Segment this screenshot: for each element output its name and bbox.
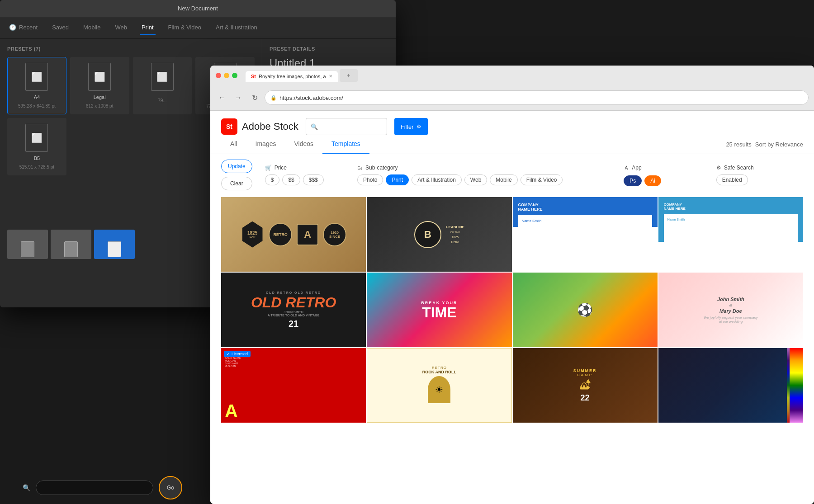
go-button[interactable]: Go (159, 476, 182, 499)
search-icon: 🔍 (311, 123, 318, 130)
chip-photoshop[interactable]: Ps (624, 175, 642, 186)
licensed-badge: ✓ Licensed (224, 351, 251, 357)
update-button[interactable]: Update (221, 160, 252, 173)
thumbnail-2[interactable] (51, 230, 91, 259)
url-text: https://stock.adobe.com/ (279, 94, 343, 101)
chip-web[interactable]: Web (464, 174, 487, 185)
tab-art[interactable]: Art & Illustration (214, 20, 259, 35)
grid-item-8[interactable]: John Smith & Mary Doe We joyfully reques… (658, 273, 803, 347)
tab-web[interactable]: Web (113, 20, 129, 35)
preset-icon: ⬜ (25, 63, 48, 91)
tab-saved[interactable]: Saved (50, 20, 71, 35)
summer-sport-image: ⚽ (513, 273, 658, 347)
dialog-title: New Document (178, 5, 218, 12)
chip-film[interactable]: Film & Video (521, 174, 563, 185)
traffic-lights: St Royalty free images, photos, a ✕ + (210, 66, 814, 85)
grid-item-2[interactable]: B HEADLINE OF THE 1825 Retro (367, 197, 511, 272)
browser-nav: ← → ↻ 🔒 https://stock.adobe.com/ (210, 85, 814, 110)
grid-item-7[interactable]: ⚽ (513, 273, 658, 347)
thumbnail-3[interactable] (94, 230, 135, 259)
filter-action-buttons: Update Clear (221, 160, 252, 190)
chip-art[interactable]: Art & Illustration (412, 174, 462, 185)
stock-search-box[interactable]: 🔍 (306, 118, 387, 135)
stock-nav-tabs: All Images Videos Templates 25 results S… (210, 135, 814, 154)
check-icon: ✓ (227, 352, 230, 356)
filter-icon: ⚙ (416, 123, 421, 130)
grid-item-3[interactable]: COMPANYNAME HERE Name Smith (513, 197, 658, 272)
adobe-stock-logo: St Adobe Stock (221, 118, 298, 135)
retro-poster-image: OLD RETRO OLD RETRO OLD RETRO JOHN SMITH… (221, 273, 366, 347)
grid-item-4[interactable]: COMPANYNAME HERE Name Smith (658, 197, 803, 272)
rainbow-art-image (658, 348, 803, 423)
chip-photo[interactable]: Photo (357, 174, 383, 185)
maximize-button[interactable] (232, 73, 237, 78)
price-chip-3[interactable]: $$$ (303, 174, 324, 185)
new-tab-button[interactable]: + (340, 69, 358, 82)
vintage-gold-image: 1825BAR RETRO A 1920SINCE (221, 197, 366, 272)
refresh-button[interactable]: ↻ (248, 91, 261, 104)
safe-search-label: ⚙ Safe Search (716, 165, 803, 171)
grid-item-1[interactable]: 1825BAR RETRO A 1920SINCE (221, 197, 366, 272)
app-filter-section: Ａ App Ps Ai (624, 164, 710, 186)
preset-icon: ⬜ (88, 63, 111, 91)
colorful-time-image: BREAK YOUR TIME (367, 273, 511, 347)
preset-3[interactable]: ⬜ 79... (133, 57, 192, 114)
results-count: 25 results (726, 141, 751, 148)
price-chip-1[interactable]: $ (265, 174, 280, 185)
live-music-image: LIVE MUSIC BAND NAME MUSICIAN BAND NAME … (221, 348, 366, 423)
app-label: Ａ App (624, 164, 710, 172)
filter-label: Filter (401, 123, 414, 130)
active-browser-tab[interactable]: St Royalty free images, photos, a ✕ (246, 71, 338, 82)
summer-camp-image: SUMMER CAMP 🏕 22 (513, 348, 658, 423)
sort-label[interactable]: Sort by Relevance (755, 141, 803, 148)
image-grid: 1825BAR RETRO A 1920SINCE B HEADLINE OF … (210, 196, 814, 424)
preset-legal[interactable]: ⬜ Legal 612 x 1008 pt (70, 57, 129, 114)
address-bar[interactable]: 🔒 https://stock.adobe.com/ (265, 90, 809, 105)
nav-videos[interactable]: Videos (285, 135, 322, 154)
chip-print[interactable]: Print (386, 174, 409, 185)
grid-item-9[interactable]: ✓ Licensed LIVE MUSIC BAND NAME MUSICIAN… (221, 348, 366, 423)
filter-button[interactable]: Filter ⚙ (394, 118, 428, 135)
tab-mobile[interactable]: Mobile (81, 20, 102, 35)
tab-print[interactable]: Print (140, 20, 156, 35)
grid-item-10[interactable]: RETRO ROCK AND ROLL ☀ (367, 348, 511, 423)
price-label: 🛒 Price (265, 165, 352, 171)
letterhead-blue-image: COMPANYNAME HERE Name Smith (513, 197, 658, 272)
grid-item-12[interactable] (658, 348, 803, 423)
dialog-titlebar: New Document (0, 0, 396, 17)
app-chips: Ps Ai (624, 175, 710, 186)
minimize-button[interactable] (224, 73, 229, 78)
subcategory-icon: 🗂 (357, 165, 363, 171)
grid-item-5[interactable]: OLD RETRO OLD RETRO OLD RETRO JOHN SMITH… (221, 273, 366, 347)
close-button[interactable] (216, 73, 221, 78)
price-filter-section: 🛒 Price $ $$ $$$ (265, 165, 352, 185)
lock-icon: 🔒 (270, 95, 277, 101)
preset-a4[interactable]: ⬜ A4 595.28 x 841.89 pt (7, 57, 66, 114)
tab-film-video[interactable]: Film & Video (166, 20, 203, 35)
grid-item-11[interactable]: SUMMER CAMP 🏕 22 (513, 348, 658, 423)
nav-templates[interactable]: Templates (322, 135, 369, 154)
search-input-bg (36, 480, 153, 495)
safe-search-icon: ⚙ (716, 165, 721, 171)
stock-logo-text: Adobe Stock (242, 121, 298, 132)
browser-window: St Royalty free images, photos, a ✕ + ← … (210, 66, 814, 504)
chip-illustrator[interactable]: Ai (644, 175, 661, 186)
clear-button[interactable]: Clear (221, 177, 252, 190)
letterhead-sky-image: COMPANYNAME HERE Name Smith (658, 197, 803, 272)
back-button[interactable]: ← (216, 91, 228, 104)
live-music-image-wrapper: ✓ Licensed LIVE MUSIC BAND NAME MUSICIAN… (221, 348, 366, 423)
grid-item-6[interactable]: BREAK YOUR TIME (367, 273, 511, 347)
chip-enabled[interactable]: Enabled (716, 174, 748, 185)
forward-button[interactable]: → (232, 91, 245, 104)
chip-mobile[interactable]: Mobile (490, 174, 517, 185)
wedding-card-image: John Smith & Mary Doe We joyfully reques… (658, 273, 803, 347)
tab-recent[interactable]: 🕐 Recent (7, 20, 39, 35)
nav-images[interactable]: Images (246, 135, 285, 154)
preset-b5[interactable]: ⬜ B5 515.91 x 728.5 pt (7, 118, 66, 175)
thumbnail-1[interactable] (7, 230, 48, 259)
results-info: 25 results Sort by Relevance (726, 141, 803, 148)
subcategory-label: 🗂 Sub-category (357, 165, 618, 171)
nav-all[interactable]: All (221, 135, 246, 154)
price-chip-2[interactable]: $$ (282, 174, 300, 185)
tab-close-button[interactable]: ✕ (329, 74, 332, 79)
